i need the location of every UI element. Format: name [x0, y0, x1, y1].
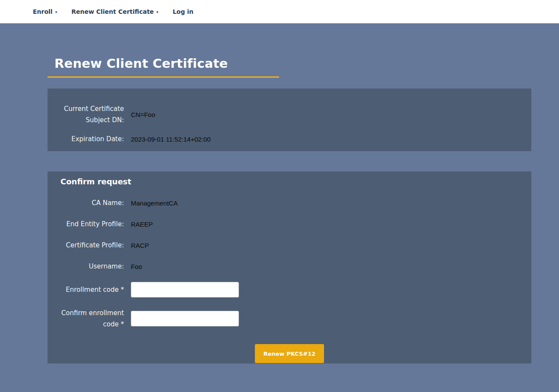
confirm-enrollment-code-input[interactable] [131, 311, 239, 326]
subject-dn-value: CN=Foo [131, 111, 531, 119]
ca-name-label: CA Name: [48, 197, 124, 209]
top-navbar: Enroll ▾ Renew Client Certificate ▾ Log … [0, 0, 559, 23]
title-underline [48, 76, 279, 78]
nav-item-renew-label: Renew Client Certificate [71, 8, 154, 15]
confirm-enrollment-code-row: Confirm enrollment code * [48, 307, 531, 330]
username-label: Username: [48, 261, 124, 272]
enrollment-code-input[interactable] [131, 282, 239, 297]
nav-item-renew-client-certificate[interactable]: Renew Client Certificate ▾ [71, 8, 158, 15]
subject-dn-row: Current Certificate Subject DN: CN=Foo [48, 103, 531, 126]
expiration-date-row: Expiration Date: 2023-09-01 11:52:14+02:… [48, 133, 531, 145]
nav-item-enroll[interactable]: Enroll ▾ [33, 8, 57, 15]
renew-pkcs12-button[interactable]: Renew PKCS#12 [255, 344, 324, 363]
certificate-profile-value: RACP [131, 241, 531, 250]
certificate-summary-panel: Current Certificate Subject DN: CN=Foo E… [48, 89, 531, 151]
ca-name-value: ManagementCA [131, 199, 531, 207]
nav-item-login-label: Log in [173, 8, 194, 15]
nav-item-enroll-label: Enroll [33, 8, 53, 15]
chevron-down-icon: ▾ [55, 10, 57, 14]
username-row: Username: Foo [48, 261, 531, 272]
confirm-enrollment-code-label: Confirm enrollment code * [48, 307, 124, 330]
expiration-date-label: Expiration Date: [48, 133, 124, 145]
ca-name-row: CA Name: ManagementCA [48, 197, 531, 209]
main-content: Renew Client Certificate Current Certifi… [48, 56, 531, 364]
page-title: Renew Client Certificate [48, 56, 531, 71]
confirm-request-heading: Confirm request [48, 177, 531, 186]
end-entity-profile-row: End Entity Profile: RAEEP [48, 218, 531, 230]
enrollment-code-row: Enrollment code * [48, 282, 531, 297]
button-row: Renew PKCS#12 [48, 344, 531, 363]
certificate-profile-row: Certificate Profile: RACP [48, 240, 531, 251]
enrollment-code-label: Enrollment code * [48, 284, 124, 295]
nav-item-login[interactable]: Log in [173, 8, 194, 15]
username-value: Foo [131, 262, 531, 271]
confirm-request-panel: Confirm request CA Name: ManagementCA En… [48, 171, 531, 364]
chevron-down-icon: ▾ [156, 10, 159, 14]
end-entity-profile-value: RAEEP [131, 220, 531, 228]
end-entity-profile-label: End Entity Profile: [48, 218, 124, 230]
certificate-profile-label: Certificate Profile: [48, 240, 124, 251]
subject-dn-label: Current Certificate Subject DN: [48, 103, 124, 126]
expiration-date-value: 2023-09-01 11:52:14+02:00 [131, 135, 531, 143]
